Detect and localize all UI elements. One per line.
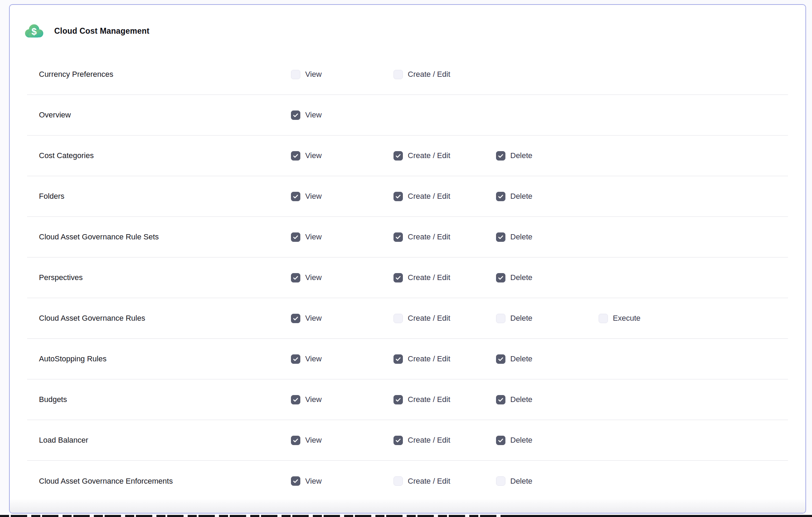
checkbox-checked-icon[interactable]	[496, 151, 505, 161]
permission-create-edit[interactable]: Create / Edit	[393, 192, 496, 201]
permission-create-edit[interactable]: Create / Edit	[393, 354, 496, 364]
resource-name: Budgets	[27, 395, 291, 404]
checkbox-checked-icon[interactable]	[291, 192, 300, 201]
checkbox-checked-icon[interactable]	[291, 314, 300, 323]
resource-name: Perspectives	[27, 273, 291, 282]
permission-view[interactable]: View	[291, 354, 393, 364]
checkbox-unchecked-icon[interactable]	[496, 476, 505, 486]
checkbox-unchecked-icon[interactable]	[496, 314, 505, 323]
checkbox-unchecked-icon[interactable]	[393, 476, 403, 486]
permission-label: Create / Edit	[408, 477, 450, 486]
permission-delete[interactable]: Delete	[496, 273, 599, 282]
permission-row-cost-categories: Cost Categories View Create / Edit Delet…	[27, 136, 788, 176]
permission-row-budgets: Budgets View Create / Edit Delete	[27, 379, 788, 420]
checkbox-checked-icon[interactable]	[393, 232, 403, 242]
checkbox-checked-icon[interactable]	[291, 436, 300, 445]
permission-execute[interactable]: Execute	[599, 314, 701, 323]
permission-delete[interactable]: Delete	[496, 395, 599, 404]
checkbox-checked-icon[interactable]	[291, 476, 300, 486]
permission-row-cloud-asset-governance-rule-sets: Cloud Asset Governance Rule Sets View Cr…	[27, 217, 788, 257]
permission-label: View	[305, 70, 322, 79]
permission-label: View	[305, 151, 322, 160]
checkbox-checked-icon[interactable]	[291, 354, 300, 364]
permission-row-autostopping-rules: AutoStopping Rules View Create / Edit De…	[27, 339, 788, 379]
checkbox-checked-icon[interactable]	[496, 436, 505, 445]
permissions-card: $ Cloud Cost Management Currency Prefere…	[9, 4, 806, 514]
permission-view[interactable]: View	[291, 476, 393, 486]
permission-delete[interactable]: Delete	[496, 436, 599, 445]
permission-label: View	[305, 192, 322, 201]
permission-label: Delete	[510, 151, 533, 160]
checkbox-checked-icon[interactable]	[496, 395, 505, 404]
checkbox-unchecked-icon[interactable]	[393, 314, 403, 323]
permission-row-cloud-asset-governance-rules: Cloud Asset Governance Rules View Create…	[27, 298, 788, 339]
permission-view[interactable]: View	[291, 273, 393, 282]
permission-create-edit[interactable]: Create / Edit	[393, 395, 496, 404]
checkbox-checked-icon[interactable]	[393, 436, 403, 445]
permission-delete[interactable]: Delete	[496, 232, 599, 242]
checkbox-checked-icon[interactable]	[291, 151, 300, 161]
permission-label: Create / Edit	[408, 354, 450, 363]
permission-delete[interactable]: Delete	[496, 476, 599, 486]
permission-view[interactable]: View	[291, 151, 393, 161]
checkbox-unchecked-icon[interactable]	[393, 70, 403, 79]
permission-view[interactable]: View	[291, 192, 393, 201]
permission-view[interactable]: View	[291, 395, 393, 404]
permission-create-edit[interactable]: Create / Edit	[393, 232, 496, 242]
permission-delete[interactable]: Delete	[496, 354, 599, 364]
permission-label: View	[305, 110, 322, 120]
checkbox-unchecked-icon[interactable]	[599, 314, 608, 323]
permission-label: Create / Edit	[408, 395, 450, 404]
permission-view[interactable]: View	[291, 110, 393, 120]
checkbox-checked-icon[interactable]	[393, 151, 403, 161]
module-header: $ Cloud Cost Management	[24, 22, 805, 40]
permission-row-folders: Folders View Create / Edit Delete	[27, 176, 788, 217]
resource-name: Folders	[27, 192, 291, 201]
permission-label: Execute	[613, 314, 641, 323]
resource-name: Currency Preferences	[27, 70, 291, 79]
checkbox-checked-icon[interactable]	[291, 232, 300, 242]
permission-label: View	[305, 477, 322, 486]
checkbox-checked-icon[interactable]	[393, 395, 403, 404]
permission-create-edit[interactable]: Create / Edit	[393, 151, 496, 161]
permission-create-edit[interactable]: Create / Edit	[393, 476, 496, 486]
permission-create-edit[interactable]: Create / Edit	[393, 436, 496, 445]
permission-label: Delete	[510, 477, 533, 486]
permission-row-currency-preferences: Currency Preferences View Create / Edit	[27, 54, 788, 95]
permission-view[interactable]: View	[291, 436, 393, 445]
permission-view[interactable]: View	[291, 314, 393, 323]
resource-name: Cloud Asset Governance Enforcements	[27, 477, 291, 486]
permission-row-load-balancer: Load Balancer View Create / Edit Delete	[27, 420, 788, 461]
permission-label: Delete	[510, 232, 533, 241]
permission-view[interactable]: View	[291, 70, 393, 79]
checkbox-checked-icon[interactable]	[496, 192, 505, 201]
resource-name: Cloud Asset Governance Rule Sets	[27, 232, 291, 241]
permission-delete[interactable]: Delete	[496, 151, 599, 161]
svg-text:$: $	[31, 26, 36, 37]
checkbox-checked-icon[interactable]	[291, 110, 300, 120]
permission-view[interactable]: View	[291, 232, 393, 242]
checkbox-checked-icon[interactable]	[291, 395, 300, 404]
permission-create-edit[interactable]: Create / Edit	[393, 273, 496, 282]
checkbox-checked-icon[interactable]	[291, 273, 300, 282]
checkbox-checked-icon[interactable]	[393, 192, 403, 201]
permissions-table: Currency Preferences View Create / Edit …	[27, 54, 788, 501]
checkbox-checked-icon[interactable]	[393, 354, 403, 364]
resource-name: Cost Categories	[27, 151, 291, 160]
checkbox-checked-icon[interactable]	[496, 232, 505, 242]
permission-label: Delete	[510, 192, 533, 201]
permission-delete[interactable]: Delete	[496, 314, 599, 323]
resource-name: Cloud Asset Governance Rules	[27, 314, 291, 323]
checkbox-checked-icon[interactable]	[496, 354, 505, 364]
checkbox-unchecked-icon[interactable]	[291, 70, 300, 79]
permission-create-edit[interactable]: Create / Edit	[393, 314, 496, 323]
checkbox-checked-icon[interactable]	[393, 273, 403, 282]
permission-row-cloud-asset-governance-enforcements: Cloud Asset Governance Enforcements View…	[27, 461, 788, 501]
permission-label: Create / Edit	[408, 314, 450, 323]
resource-name: Overview	[27, 110, 291, 120]
permission-delete[interactable]: Delete	[496, 192, 599, 201]
checkbox-checked-icon[interactable]	[496, 273, 505, 282]
resource-name: AutoStopping Rules	[27, 354, 291, 363]
permission-create-edit[interactable]: Create / Edit	[393, 70, 496, 79]
clipped-text-fragment	[503, 515, 812, 517]
